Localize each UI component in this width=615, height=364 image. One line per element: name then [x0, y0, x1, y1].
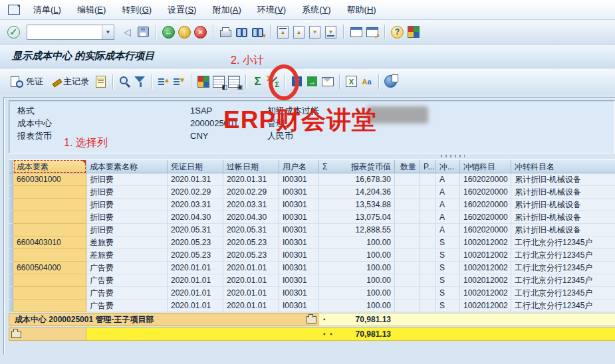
subtotal-value-cell: ▪ 70,981.13 [319, 313, 395, 326]
command-dropdown-button[interactable]: ▼ [102, 25, 114, 39]
row-selector[interactable] [9, 199, 13, 211]
back-button[interactable]: ◁ [120, 25, 134, 39]
save-layout-button[interactable]: ▣ [227, 74, 241, 88]
send-button[interactable] [320, 74, 334, 88]
table-row[interactable]: 广告费 2020.01.01 2020.01.01 I00301 100.00 … [9, 274, 615, 287]
table-row[interactable]: 6600301000 折旧费 2020.01.31 2020.01.31 I00… [9, 173, 615, 186]
row-selector[interactable] [9, 287, 13, 300]
cell-doc-date: 2020.01.01 [168, 274, 223, 287]
table-row[interactable]: 折旧费 2020.02.29 2020.02.29 I00301 14,204.… [9, 186, 615, 199]
cell-cost-element-name: 折旧费 [86, 224, 168, 236]
local-file-button[interactable]: → [305, 74, 319, 88]
document-button[interactable]: 凭证 [7, 74, 47, 89]
find-button[interactable] [235, 25, 249, 39]
row-selector[interactable] [9, 236, 13, 249]
new-session-button[interactable] [349, 25, 363, 39]
sort-descending-button[interactable]: ▼ [172, 74, 186, 88]
cell-cost-element [13, 199, 86, 211]
menu-item[interactable]: 编辑(E) [69, 4, 114, 16]
sort-ascending-button[interactable]: ▲ [157, 74, 171, 88]
table-row[interactable]: 6600504000 广告费 2020.01.01 2020.01.01 I00… [9, 262, 615, 274]
menu-item[interactable]: 系统(Y) [294, 4, 338, 16]
customize-layout-button[interactable] [406, 25, 420, 39]
search-button[interactable] [118, 74, 132, 88]
last-page-icon: ▼ [325, 26, 336, 39]
next-page-button[interactable]: ▼ [308, 25, 322, 39]
find-next-arrow-icon: ▾ [263, 32, 266, 39]
column-header-offset-account-name[interactable]: 冲转科目名 [511, 159, 615, 173]
cell-offset-account-name: 工行北京分行12345户 [511, 287, 615, 300]
abc-analysis-button[interactable]: Aa [360, 74, 374, 88]
table-row[interactable]: 折旧费 2020.04.30 2020.04.30 I00301 13,075.… [9, 211, 615, 224]
sigma-symbol: Σ [322, 160, 327, 173]
cell-doc-date: 2020.01.01 [168, 287, 223, 300]
drilldown-icon[interactable] [307, 316, 316, 323]
save-button[interactable] [136, 25, 150, 39]
menu-item[interactable]: 转到(G) [114, 4, 160, 16]
drilldown-icon[interactable] [11, 331, 21, 338]
choose-layout-button[interactable]: ◧ [211, 74, 225, 88]
cell-offset-account-name: 工行北京分行12345户 [511, 249, 615, 262]
row-selector[interactable] [9, 262, 13, 274]
table-row[interactable]: 折旧费 2020.03.31 2020.03.31 I00301 13,534.… [9, 199, 615, 211]
current-layout-button[interactable] [196, 74, 210, 88]
row-selector[interactable] [9, 211, 13, 224]
column-header-user[interactable]: 用户名 [279, 159, 319, 173]
table-row[interactable]: 折旧费 2020.05.31 2020.05.31 I00301 12,888.… [9, 224, 615, 236]
master-record-button[interactable]: 主记录 [48, 74, 92, 89]
table-row[interactable]: 差旅费 2020.05.23 2020.05.23 I00301 100.00 … [9, 249, 615, 262]
column-header-reversal[interactable]: 冲... [436, 159, 460, 173]
row-selector[interactable] [9, 274, 13, 287]
cell-p [420, 274, 436, 287]
graphics-button[interactable] [384, 74, 398, 88]
first-page-button[interactable]: ▲ [276, 25, 290, 39]
toolbar-separator [339, 74, 340, 89]
log-button[interactable] [94, 74, 108, 88]
row-selector[interactable] [9, 300, 13, 312]
table-row[interactable]: 广告费 2020.01.01 2020.01.01 I00301 100.00 … [9, 300, 615, 312]
cancel-button[interactable]: × [193, 25, 207, 39]
cell-posting-date: 2020.05.23 [223, 236, 279, 249]
row-selector[interactable] [9, 224, 13, 236]
column-header-doc-date[interactable]: 凭证日期 [168, 159, 223, 173]
table-row[interactable]: 6600403010 差旅费 2020.05.23 2020.05.23 I00… [9, 236, 615, 249]
create-shortcut-button[interactable] [365, 25, 379, 39]
row-selector[interactable] [9, 173, 13, 186]
menu-item[interactable]: 设置(S) [160, 4, 204, 16]
menu-item[interactable]: 帮助(H) [339, 4, 384, 16]
menu-item[interactable]: 环境(V) [249, 4, 294, 16]
subtotal-label-cell: 成本中心 2000025001 管理-王子项目部 [9, 313, 319, 326]
row-selector[interactable] [9, 249, 13, 262]
cell-cost-element [13, 211, 86, 224]
next-page-icon: ▼ [309, 26, 320, 39]
spreadsheet-button[interactable]: X [344, 74, 358, 88]
column-header-posting-date[interactable]: 过帐日期 [223, 159, 279, 173]
column-grip[interactable] [441, 155, 465, 157]
column-header-p[interactable]: P... [420, 159, 436, 173]
lead-column-header[interactable] [9, 159, 13, 173]
menu-item[interactable]: 清单(L) [25, 4, 69, 16]
column-header-cost-element[interactable]: 成本要素 [13, 159, 86, 173]
help-button[interactable]: ? [390, 25, 404, 39]
find-next-button[interactable]: ▾ [251, 25, 265, 39]
exit-button[interactable]: ↑ [178, 25, 191, 39]
column-header-cost-element-name[interactable]: 成本要素名称 [86, 159, 168, 173]
previous-page-button[interactable]: ▲ [292, 25, 306, 39]
cell-posting-date: 2020.01.01 [223, 274, 279, 287]
command-input[interactable] [27, 26, 102, 39]
nav-back-button[interactable]: ← [162, 25, 176, 39]
application-toolbar: 凭证 主记录 ▲ ▼ ◧ ▣ Σ ΣΣ T → X Aa [0, 68, 615, 95]
cell-doc-date: 2020.05.31 [168, 224, 223, 236]
total-button[interactable]: Σ [251, 74, 265, 88]
column-header-quantity[interactable]: 数量 [395, 159, 420, 173]
enter-button[interactable]: ✓ [7, 25, 21, 39]
menu-item[interactable]: 附加(A) [204, 4, 249, 16]
print-button[interactable] [219, 25, 233, 39]
filter-button[interactable] [133, 74, 147, 88]
cell-p [420, 287, 436, 300]
column-header-report-currency-value[interactable]: Σ报表货币值 [319, 159, 395, 173]
row-selector[interactable] [9, 186, 13, 199]
last-page-button[interactable]: ▼ [324, 25, 338, 39]
table-row[interactable]: 广告费 2020.01.01 2020.01.01 I00301 100.00 … [9, 287, 615, 300]
column-header-offset-account[interactable]: 冲销科目 [460, 159, 511, 173]
